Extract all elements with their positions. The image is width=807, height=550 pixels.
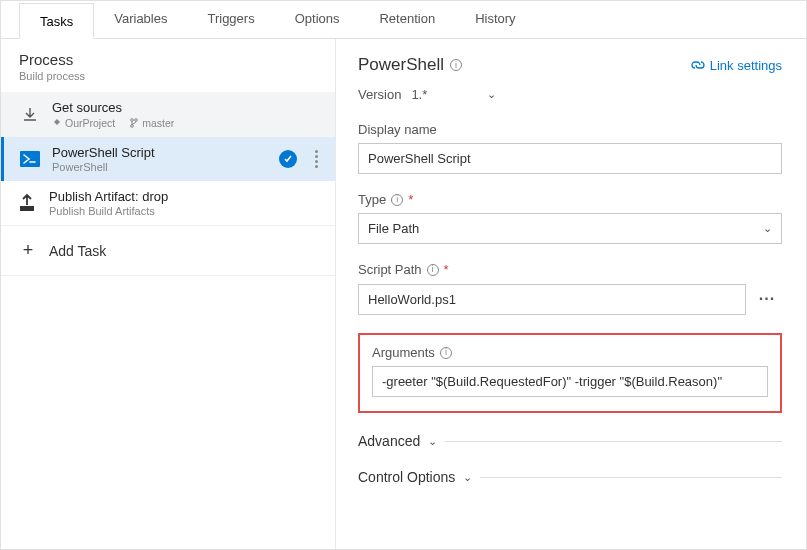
link-icon <box>691 58 705 72</box>
upload-icon <box>15 191 39 215</box>
add-task-button[interactable]: + Add Task <box>1 225 335 276</box>
repo-badge: OurProject <box>52 117 115 129</box>
chevron-down-icon: ⌄ <box>763 222 772 235</box>
chevron-down-icon: ⌄ <box>487 88 496 101</box>
control-options-section[interactable]: Control Options ⌄ <box>358 469 782 485</box>
arguments-input[interactable] <box>372 366 768 397</box>
task-subtitle: PowerShell <box>52 161 269 173</box>
arguments-label: Arguments i <box>372 345 768 360</box>
tab-variables[interactable]: Variables <box>94 1 187 38</box>
arguments-highlight: Arguments i <box>358 333 782 413</box>
tab-options[interactable]: Options <box>275 1 360 38</box>
chevron-down-icon: ⌄ <box>428 435 437 448</box>
script-path-input[interactable] <box>358 284 746 315</box>
info-icon[interactable]: i <box>440 347 452 359</box>
task-title: Publish Artifact: drop <box>49 189 321 204</box>
type-label: Type i * <box>358 192 782 207</box>
process-title: Process <box>19 51 317 68</box>
svg-point-2 <box>131 125 134 128</box>
info-icon[interactable]: i <box>450 59 462 71</box>
tab-history[interactable]: History <box>455 1 535 38</box>
task-powershell[interactable]: PowerShell Script PowerShell <box>1 137 335 181</box>
branch-badge: master <box>129 117 174 129</box>
version-selector[interactable]: Version 1.* ⌄ <box>358 85 782 104</box>
check-icon <box>279 150 297 168</box>
download-icon <box>18 103 42 127</box>
task-publish-artifact[interactable]: Publish Artifact: drop Publish Build Art… <box>1 181 335 225</box>
detail-panel: PowerShell i Link settings Version 1.* ⌄… <box>336 39 806 549</box>
chevron-down-icon: ⌄ <box>463 471 472 484</box>
tab-tasks[interactable]: Tasks <box>19 3 94 39</box>
detail-title: PowerShell i <box>358 55 462 75</box>
type-select[interactable]: File Path ⌄ <box>358 213 782 244</box>
display-name-input[interactable] <box>358 143 782 174</box>
add-task-label: Add Task <box>49 243 106 259</box>
info-icon[interactable]: i <box>427 264 439 276</box>
display-name-label: Display name <box>358 122 782 137</box>
tab-retention[interactable]: Retention <box>359 1 455 38</box>
advanced-section[interactable]: Advanced ⌄ <box>358 433 782 449</box>
task-title: PowerShell Script <box>52 145 269 160</box>
svg-point-1 <box>135 119 138 122</box>
plus-icon: + <box>19 240 37 261</box>
process-header[interactable]: Process Build process <box>1 39 335 92</box>
browse-button[interactable]: ··· <box>752 283 782 315</box>
tab-triggers[interactable]: Triggers <box>187 1 274 38</box>
task-subtitle: Publish Build Artifacts <box>49 205 321 217</box>
task-get-sources[interactable]: Get sources OurProject master <box>1 92 335 137</box>
drag-handle-icon[interactable] <box>311 150 321 168</box>
tab-bar: Tasks Variables Triggers Options Retenti… <box>1 1 806 39</box>
svg-rect-4 <box>20 206 34 211</box>
script-path-label: Script Path i * <box>358 262 782 277</box>
info-icon[interactable]: i <box>391 194 403 206</box>
powershell-icon <box>18 147 42 171</box>
task-title: Get sources <box>52 100 321 115</box>
svg-point-0 <box>131 119 134 122</box>
link-settings-button[interactable]: Link settings <box>691 58 782 73</box>
process-subtitle: Build process <box>19 70 317 82</box>
task-list-panel: Process Build process Get sources OurPro… <box>1 39 336 549</box>
